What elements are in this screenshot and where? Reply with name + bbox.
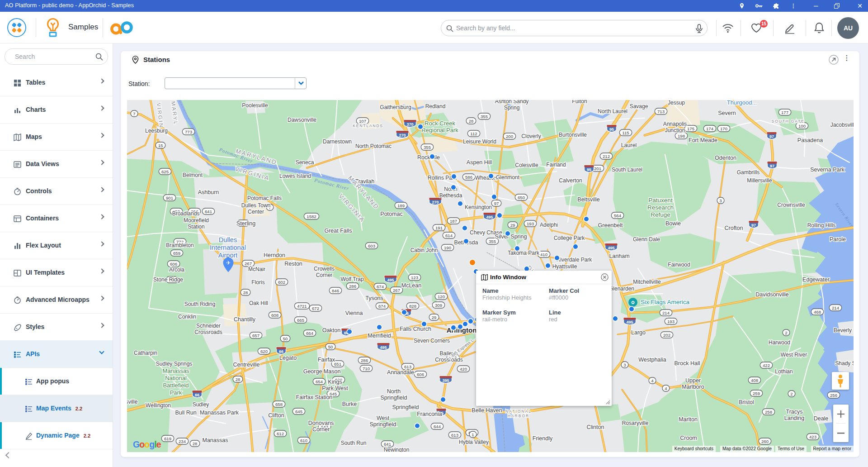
svg-text:Sudley Springs: Sudley Springs [156, 361, 193, 367]
svg-text:100: 100 [798, 124, 806, 129]
svg-text:97: 97 [770, 164, 774, 168]
svg-text:641: 641 [205, 209, 212, 214]
svg-text:659: 659 [173, 251, 180, 256]
svg-text:4: 4 [651, 378, 654, 383]
svg-text:620: 620 [260, 349, 268, 354]
svg-text:McLean: McLean [401, 282, 422, 289]
svg-text:606: 606 [170, 262, 177, 267]
svg-text:713: 713 [657, 109, 665, 114]
svg-text:175: 175 [687, 126, 694, 131]
svg-text:495: 495 [486, 215, 493, 219]
svg-text:309: 309 [435, 303, 442, 308]
svg-text:-Glenmont: -Glenmont [494, 174, 520, 181]
svg-text:Wellington: Wellington [146, 402, 171, 409]
svg-text:Junction: Junction [665, 127, 685, 133]
svg-text:614: 614 [445, 233, 453, 238]
svg-text:Fairland: Fairland [546, 162, 566, 168]
svg-text:NATIONAL: NATIONAL [505, 409, 532, 414]
svg-text:189: 189 [397, 203, 405, 208]
svg-text:Rolling Hills: Rolling Hills [807, 222, 836, 229]
svg-text:Oakton: Oakton [322, 327, 340, 334]
svg-text:270: 270 [399, 133, 406, 138]
svg-text:Moorefield: Moorefield [184, 217, 209, 224]
svg-text:Davidsonville: Davidsonville [755, 291, 789, 298]
svg-text:198: 198 [678, 133, 685, 138]
svg-text:Crossroads: Crossroads [194, 329, 222, 335]
svg-text:177: 177 [781, 110, 788, 115]
svg-text:651: 651 [334, 362, 341, 367]
svg-text:641: 641 [384, 442, 391, 447]
svg-text:3: 3 [719, 198, 722, 203]
svg-text:Rock Creek: Rock Creek [425, 120, 455, 127]
svg-text:Beltsville: Beltsville [577, 196, 599, 203]
svg-text:674: 674 [377, 284, 384, 289]
svg-text:234: 234 [179, 439, 186, 444]
svg-text:North: North [387, 388, 401, 395]
svg-text:256: 256 [830, 393, 837, 398]
svg-text:Herndon: Herndon [264, 252, 285, 258]
svg-text:Fairwood: Fairwood [668, 262, 690, 268]
svg-text:200: 200 [506, 134, 513, 139]
svg-text:201: 201 [594, 166, 601, 171]
svg-text:HARBOR: HARBOR [508, 414, 529, 418]
svg-text:190: 190 [444, 245, 451, 250]
svg-text:Millersville: Millersville [747, 177, 772, 184]
svg-text:270: 270 [432, 200, 439, 205]
svg-text:Station: Station [188, 224, 204, 230]
svg-text:95: 95 [587, 167, 591, 172]
svg-text:Burke: Burke [342, 401, 357, 407]
svg-text:Kensington: Kensington [465, 204, 492, 210]
svg-text:214: 214 [662, 310, 670, 315]
svg-text:Stone Ridge: Stone Ridge [153, 276, 183, 283]
svg-text:National: National [165, 375, 187, 381]
svg-text:3: 3 [623, 362, 626, 367]
svg-text:SOUTH GATE: SOUTH GATE [772, 119, 805, 124]
svg-text:Park West: Park West [322, 385, 348, 391]
svg-text:Brock Hall: Brock Hall [675, 360, 700, 367]
svg-text:North Potomac: North Potomac [355, 143, 392, 149]
svg-text:Kings: Kings [328, 379, 342, 385]
svg-text:College Park: College Park [554, 235, 585, 241]
svg-text:658: 658 [275, 402, 283, 407]
svg-text:Marlboro: Marlboro [682, 384, 704, 390]
svg-text:Greenbelt: Greenbelt [598, 222, 623, 229]
svg-text:Lanham: Lanham [609, 253, 629, 259]
svg-text:Crownsville: Crownsville [777, 202, 805, 208]
svg-text:Glenn Dale: Glenn Dale [633, 236, 660, 243]
svg-text:Glenarden: Glenarden [609, 286, 634, 292]
svg-text:Rosaryville: Rosaryville [622, 420, 649, 426]
svg-text:Harwood: Harwood [769, 339, 790, 346]
svg-text:Fort Meade: Fort Meade [689, 137, 717, 143]
svg-text:97: 97 [751, 223, 756, 228]
svg-text:644: 644 [434, 424, 441, 429]
svg-text:Fulton: Fulton [572, 100, 587, 105]
svg-text:Upper: Upper [685, 377, 701, 384]
svg-text:Crofton: Crofton [725, 225, 743, 231]
svg-text:Newington: Newington [384, 447, 410, 452]
svg-text:Potomac Falls: Potomac Falls [247, 195, 282, 201]
svg-text:Six Flags America: Six Flags America [641, 299, 690, 305]
svg-text:Seven Corners: Seven Corners [414, 338, 450, 344]
svg-text:29: 29 [432, 315, 437, 320]
svg-text:Odenton: Odenton [715, 155, 736, 161]
svg-text:Arcola: Arcola [169, 267, 184, 273]
svg-text:Bowie: Bowie [665, 220, 681, 227]
svg-text:Dulles Town: Dulles Town [241, 202, 270, 209]
svg-text:Schneider: Schneider [196, 323, 221, 329]
svg-text:29: 29 [510, 223, 515, 228]
svg-text:66: 66 [195, 393, 199, 397]
svg-text:123: 123 [411, 275, 418, 280]
svg-text:Merrifield: Merrifield [368, 333, 391, 339]
svg-text:Franconia: Franconia [417, 411, 442, 417]
svg-text:Jessup: Jessup [668, 100, 685, 106]
svg-text:187: 187 [450, 219, 457, 224]
svg-text:50: 50 [328, 344, 333, 349]
svg-text:674: 674 [378, 304, 386, 309]
svg-text:Research: Research [647, 204, 674, 211]
svg-text:Savage: Savage [630, 103, 648, 110]
svg-text:2: 2 [785, 330, 787, 335]
svg-text:625: 625 [161, 169, 169, 174]
svg-text:828: 828 [409, 304, 416, 309]
svg-text:410: 410 [540, 252, 547, 257]
svg-text:Cabin John: Cabin John [410, 247, 438, 253]
